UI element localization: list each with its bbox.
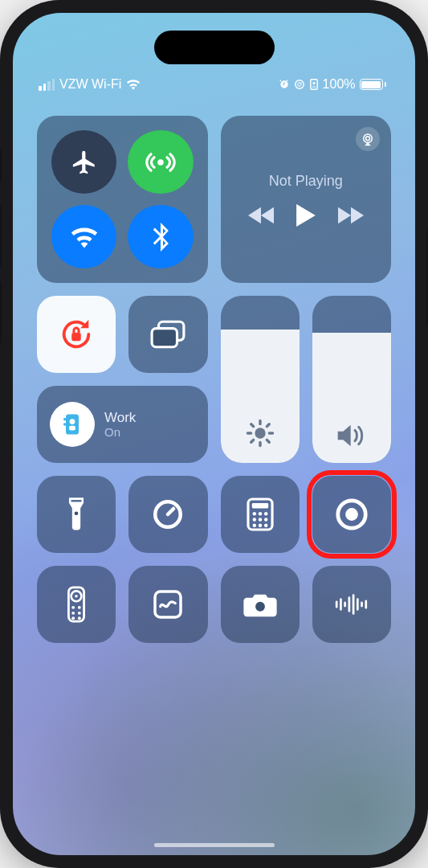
focus-name: Work — [104, 410, 136, 426]
svg-point-16 — [75, 511, 79, 515]
wifi-icon — [126, 79, 141, 90]
airplane-mode-button[interactable] — [51, 130, 116, 194]
svg-point-24 — [258, 518, 261, 521]
volume-down-button-hw — [0, 281, 2, 344]
svg-text:@: @ — [296, 81, 302, 87]
calculator-button[interactable] — [221, 476, 300, 553]
cellular-data-button[interactable] — [128, 130, 193, 194]
svg-point-6 — [366, 137, 370, 141]
focus-tile[interactable]: Work On — [37, 386, 208, 463]
screen: VZW Wi-Fi @ 100% — [13, 13, 415, 855]
orientation-indicator-icon: @ — [294, 79, 305, 90]
timer-button[interactable] — [128, 476, 207, 553]
calculator-icon — [247, 497, 274, 531]
screen-mirroring-button[interactable] — [128, 296, 207, 373]
svg-rect-7 — [71, 333, 81, 341]
svg-point-28 — [264, 524, 267, 527]
svg-point-3 — [312, 82, 315, 84]
orientation-lock-icon — [58, 316, 95, 353]
battery-percentage: 100% — [323, 77, 356, 92]
connectivity-tile[interactable] — [37, 116, 208, 283]
svg-rect-14 — [63, 418, 66, 420]
control-center: Not Playing — [37, 116, 391, 643]
focus-state: On — [104, 425, 136, 439]
svg-point-30 — [345, 508, 358, 521]
svg-point-38 — [71, 616, 75, 620]
svg-rect-13 — [69, 426, 75, 431]
rewind-button[interactable] — [248, 207, 274, 224]
volume-up-button-hw — [0, 206, 2, 268]
wifi-button[interactable] — [51, 205, 116, 268]
quick-note-button[interactable] — [128, 566, 207, 643]
svg-point-33 — [75, 595, 78, 598]
svg-point-23 — [252, 518, 255, 521]
focus-icon — [50, 402, 95, 447]
bluetooth-button[interactable] — [128, 205, 193, 268]
volume-slider[interactable] — [312, 296, 391, 463]
svg-point-39 — [78, 616, 81, 620]
mute-switch — [0, 149, 2, 182]
svg-rect-9 — [152, 329, 177, 347]
alarm-icon — [279, 79, 290, 90]
dynamic-island — [154, 31, 275, 64]
svg-point-35 — [78, 606, 81, 609]
home-indicator[interactable] — [154, 843, 275, 847]
orientation-lock-button[interactable] — [37, 296, 116, 373]
contact-key-icon — [309, 79, 319, 90]
camera-icon — [243, 591, 278, 618]
brightness-icon — [245, 418, 275, 448]
screen-record-button[interactable] — [312, 476, 391, 553]
forward-button[interactable] — [338, 207, 364, 224]
cellular-signal-icon — [39, 79, 55, 91]
flashlight-button[interactable] — [37, 476, 116, 553]
svg-point-12 — [70, 419, 75, 424]
svg-point-36 — [71, 612, 75, 615]
screen-mirroring-icon — [150, 320, 185, 349]
carrier-label: VZW Wi-Fi — [59, 77, 121, 92]
camera-button[interactable] — [221, 566, 300, 643]
apple-tv-remote-button[interactable] — [37, 566, 116, 643]
svg-point-10 — [255, 428, 265, 438]
svg-rect-15 — [63, 423, 66, 425]
svg-point-37 — [78, 612, 81, 615]
freeform-icon — [152, 588, 184, 620]
svg-point-34 — [71, 606, 75, 609]
svg-point-20 — [252, 512, 255, 515]
flashlight-icon — [66, 497, 87, 532]
play-button[interactable] — [296, 204, 316, 227]
voice-memos-icon — [333, 592, 370, 616]
svg-point-25 — [264, 518, 267, 521]
now-playing-label: Not Playing — [269, 173, 343, 190]
media-tile[interactable]: Not Playing — [221, 116, 392, 283]
volume-icon — [336, 423, 368, 448]
svg-point-27 — [258, 524, 261, 527]
brightness-slider[interactable] — [221, 296, 300, 463]
svg-point-4 — [157, 159, 164, 166]
svg-rect-19 — [251, 503, 267, 509]
svg-point-26 — [252, 524, 255, 527]
timer-icon — [151, 497, 185, 531]
svg-point-5 — [364, 134, 373, 143]
battery-icon — [360, 79, 387, 90]
apple-tv-remote-icon — [67, 586, 86, 623]
airplay-button[interactable] — [356, 127, 380, 151]
svg-point-22 — [264, 512, 267, 515]
phone-frame: VZW Wi-Fi @ 100% — [0, 0, 428, 868]
svg-rect-31 — [69, 588, 84, 621]
svg-point-21 — [258, 512, 261, 515]
screen-record-icon — [334, 497, 369, 532]
voice-memos-button[interactable] — [312, 566, 391, 643]
